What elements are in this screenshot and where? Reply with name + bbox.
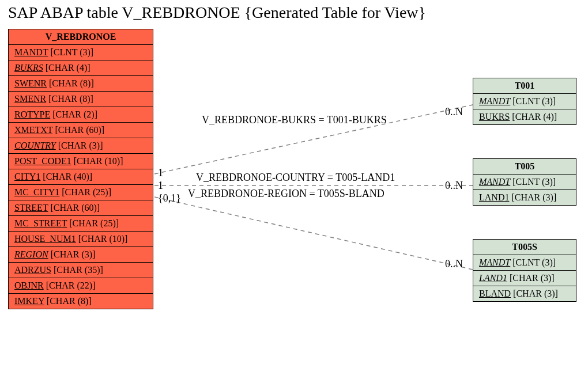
field-row: MANDT [CLNT (3)]: [473, 175, 576, 190]
field-type: [CHAR (10)]: [78, 234, 128, 244]
field-row: IMKEY [CHAR (8)]: [9, 294, 153, 309]
field-type: [CHAR (3)]: [510, 273, 555, 283]
field-row: REGION [CHAR (3)]: [9, 247, 153, 263]
field-type: [CHAR (8)]: [49, 78, 94, 88]
field-row: MANDT [CLNT (3)]: [473, 94, 576, 109]
field-type: [CHAR (25)]: [62, 187, 111, 197]
field-row: SWENR [CHAR (8)]: [9, 76, 153, 92]
field-name: XMETXT: [14, 125, 52, 135]
field-row: CITY1 [CHAR (40)]: [9, 169, 153, 185]
field-type: [CHAR (60)]: [50, 203, 100, 213]
field-name: BLAND: [479, 289, 511, 298]
cardinality-right: 0..N: [445, 106, 463, 118]
field-type: [CHAR (35)]: [54, 265, 103, 275]
entity-t005: T005 MANDT [CLNT (3)] LAND1 [CHAR (3)]: [473, 158, 576, 206]
field-row: OBJNR [CHAR (22)]: [9, 278, 153, 294]
field-row: LAND1 [CHAR (3)]: [473, 271, 576, 286]
field-row: MANDT [CLNT (3)]: [473, 255, 576, 271]
field-name: HOUSE_NUM1: [14, 234, 76, 244]
field-type: [CLNT (3)]: [512, 257, 556, 267]
field-name: SWENR: [14, 78, 47, 88]
field-row: XMETXT [CHAR (60)]: [9, 123, 153, 138]
field-type: [CHAR (4)]: [46, 63, 91, 73]
field-name: BUKRS: [14, 63, 43, 73]
field-name: ROTYPE: [14, 109, 50, 119]
cardinality-right: 0..N: [445, 258, 463, 270]
cardinality-left: 1: [158, 180, 163, 192]
field-name: OBJNR: [14, 280, 44, 290]
field-name: CITY1: [14, 172, 40, 181]
field-row: BUKRS [CHAR (4)]: [9, 60, 153, 76]
relation-label: V_REBDRONOE-COUNTRY = T005-LAND1: [196, 172, 395, 184]
cardinality-right: 0..N: [445, 180, 463, 192]
cardinality-left: {0,1}: [158, 192, 181, 204]
entity-header: T005: [473, 159, 576, 175]
field-type: [CLNT (3)]: [512, 177, 556, 187]
field-type: [CHAR (40)]: [43, 172, 92, 181]
field-type: [CHAR (3)]: [513, 289, 558, 298]
field-type: [CLNT (3)]: [50, 47, 93, 57]
field-row: ADRZUS [CHAR (35)]: [9, 263, 153, 278]
field-name: BUKRS: [479, 112, 510, 122]
field-name: ADRZUS: [14, 265, 51, 275]
field-type: [CHAR (60)]: [55, 125, 104, 135]
field-name: MANDT: [14, 47, 48, 57]
field-type: [CHAR (8)]: [47, 296, 92, 306]
field-row: MANDT [CLNT (3)]: [9, 45, 153, 60]
field-type: [CHAR (4)]: [512, 112, 557, 122]
field-row: BLAND [CHAR (3)]: [473, 286, 576, 301]
field-name: COUNTRY: [14, 141, 56, 150]
field-name: MANDT: [479, 177, 510, 187]
field-row: SMENR [CHAR (8)]: [9, 92, 153, 107]
field-row: BUKRS [CHAR (4)]: [473, 109, 576, 124]
field-name: MANDT: [479, 257, 510, 267]
entity-header: V_REBDRONOE: [9, 29, 153, 45]
field-name: MANDT: [479, 96, 510, 106]
field-type: [CHAR (3)]: [511, 192, 556, 202]
field-type: [CHAR (3)]: [51, 249, 96, 259]
field-name: SMENR: [14, 94, 46, 104]
cardinality-left: 1: [158, 167, 163, 179]
field-row: HOUSE_NUM1 [CHAR (10)]: [9, 232, 153, 247]
field-row: POST_CODE1 [CHAR (10)]: [9, 154, 153, 169]
field-name: POST_CODE1: [14, 156, 71, 166]
page-title: SAP ABAP table V_REBDRONOE {Generated Ta…: [8, 3, 426, 22]
field-type: [CHAR (25)]: [69, 218, 119, 228]
entity-v-rebdronoe: V_REBDRONOE MANDT [CLNT (3)] BUKRS [CHAR…: [8, 29, 153, 309]
field-type: [CHAR (3)]: [58, 141, 103, 150]
field-row: MC_CITY1 [CHAR (25)]: [9, 185, 153, 200]
field-name: MC_CITY1: [14, 187, 59, 197]
field-row: MC_STREET [CHAR (25)]: [9, 216, 153, 232]
field-name: LAND1: [479, 273, 507, 283]
field-type: [CHAR (8)]: [48, 94, 93, 104]
field-name: MC_STREET: [14, 218, 67, 228]
entity-t001: T001 MANDT [CLNT (3)] BUKRS [CHAR (4)]: [473, 78, 576, 125]
field-name: IMKEY: [14, 296, 44, 306]
field-type: [CLNT (3)]: [512, 96, 556, 106]
field-name: STREET: [14, 203, 48, 213]
entity-header: T005S: [473, 240, 576, 255]
entity-header: T001: [473, 78, 576, 94]
field-name: REGION: [14, 249, 48, 259]
field-type: [CHAR (22)]: [46, 280, 96, 290]
field-type: [CHAR (2)]: [52, 109, 97, 119]
relation-label: V_REBDRONOE-REGION = T005S-BLAND: [188, 188, 385, 200]
relation-label: V_REBDRONOE-BUKRS = T001-BUKRS: [202, 114, 387, 126]
entity-t005s: T005S MANDT [CLNT (3)] LAND1 [CHAR (3)] …: [473, 239, 576, 302]
svg-line-2: [154, 197, 473, 270]
field-name: LAND1: [479, 192, 509, 202]
field-type: [CHAR (10)]: [74, 156, 123, 166]
field-row: STREET [CHAR (60)]: [9, 200, 153, 216]
field-row: COUNTRY [CHAR (3)]: [9, 138, 153, 154]
field-row: LAND1 [CHAR (3)]: [473, 190, 576, 205]
field-row: ROTYPE [CHAR (2)]: [9, 107, 153, 123]
